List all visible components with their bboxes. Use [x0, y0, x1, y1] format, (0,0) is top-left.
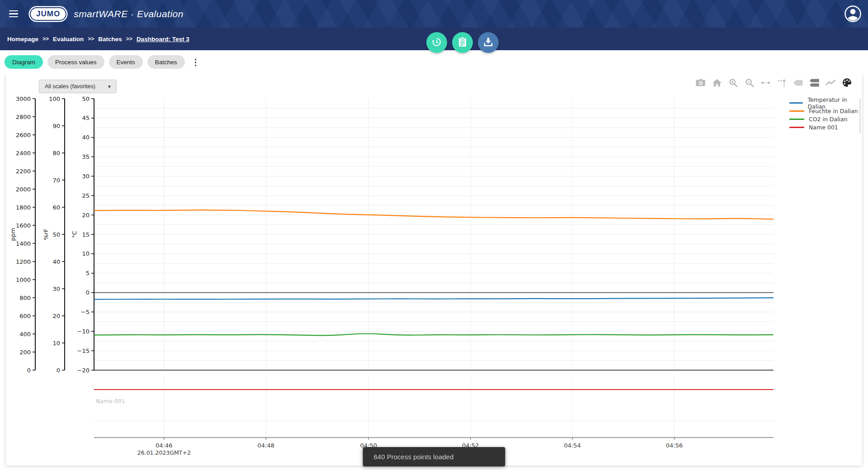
chevron-down-icon: ▼ — [107, 84, 112, 89]
svg-text:45: 45 — [82, 114, 90, 121]
svg-text:25: 25 — [82, 192, 90, 199]
svg-text:1000: 1000 — [16, 276, 31, 283]
legend-label: Feuchte in Dalian — [809, 108, 858, 114]
svg-text:40: 40 — [82, 134, 90, 141]
svg-text:50: 50 — [52, 231, 60, 238]
breadcrumb-item-batches[interactable]: Batches — [98, 36, 122, 43]
tab-events[interactable]: Events — [109, 55, 143, 69]
svg-text:1800: 1800 — [16, 204, 31, 211]
camera-icon[interactable] — [695, 77, 706, 88]
clipboard-button[interactable] — [452, 32, 473, 53]
legend-label: CO2 in Dalian — [809, 116, 848, 123]
legend-item-feuchte-in-dalian[interactable]: Feuchte in Dalian — [789, 108, 862, 114]
line-style-icon[interactable] — [826, 77, 836, 88]
tab-batches[interactable]: Batches — [147, 55, 185, 69]
svg-text:50: 50 — [82, 95, 90, 102]
download-icon — [483, 37, 494, 49]
hover-single-icon[interactable] — [793, 77, 803, 88]
home-icon[interactable] — [712, 77, 722, 88]
svg-text:0: 0 — [57, 367, 60, 374]
autoscale-icon[interactable] — [760, 77, 771, 88]
svg-text:3000: 3000 — [16, 95, 31, 102]
legend-item-temperatur-in-dalian[interactable]: Temperatur in Dalian — [789, 100, 862, 106]
legend-scrollbar[interactable] — [859, 99, 861, 133]
svg-text:15: 15 — [82, 231, 90, 238]
svg-text:0: 0 — [86, 289, 90, 296]
scale-select[interactable]: All scales (favorites) ▼ — [39, 80, 117, 93]
svg-text:ppm: ppm — [9, 228, 16, 241]
zoom-out-icon[interactable] — [744, 77, 755, 88]
action-button-group — [426, 32, 499, 53]
svg-text:−5: −5 — [81, 309, 90, 315]
svg-text:20: 20 — [82, 212, 90, 219]
scale-select-value: All scales (favorites) — [45, 83, 95, 90]
svg-text:04:56: 04:56 — [666, 442, 683, 449]
menu-icon[interactable] — [4, 4, 24, 24]
svg-text:5: 5 — [86, 270, 90, 276]
palette-icon[interactable] — [842, 77, 852, 88]
breadcrumb-item-homepage[interactable]: Homepage — [7, 36, 38, 43]
legend-swatch — [789, 127, 804, 128]
svg-text:2800: 2800 — [16, 114, 31, 120]
spikelines-icon[interactable] — [777, 77, 787, 88]
diagram-card: 3000280026002400220020001800160014001200… — [6, 74, 862, 466]
svg-text:100: 100 — [49, 95, 60, 102]
svg-text:%rF: %rF — [42, 228, 49, 240]
process-diagram[interactable]: 3000280026002400220020001800160014001200… — [6, 74, 862, 466]
svg-text:04:46: 04:46 — [156, 442, 172, 449]
svg-text:°C: °C — [71, 231, 78, 238]
breadcrumb-separator: >> — [126, 36, 132, 42]
app-title: smartWARE · Evaluation — [74, 9, 184, 19]
legend-item-name-001[interactable]: Name 001 — [789, 124, 862, 130]
jumo-logo: JUMO — [30, 7, 66, 21]
legend-swatch — [789, 110, 804, 112]
history-button[interactable] — [426, 32, 447, 53]
series-line-feuchte-in-dalian — [94, 210, 774, 219]
svg-text:2200: 2200 — [16, 168, 31, 175]
breadcrumb-item-dashboard-test-3[interactable]: Dashboard: Test 3 — [137, 36, 189, 43]
tab-diagram[interactable]: Diagram — [5, 55, 43, 69]
top-app-bar: JUMO smartWARE · Evaluation — [0, 0, 868, 28]
svg-text:30: 30 — [82, 173, 90, 180]
svg-text:1400: 1400 — [16, 240, 31, 247]
breadcrumb-item-evaluation[interactable]: Evaluation — [53, 36, 84, 43]
svg-text:10: 10 — [52, 340, 60, 347]
series-line-temperatur-in-dalian — [94, 298, 774, 299]
chart-modebar — [695, 77, 852, 88]
breadcrumb-separator: >> — [88, 36, 94, 42]
svg-text:2600: 2600 — [16, 132, 31, 138]
toast-notification: 640 Process points loaded — [363, 447, 505, 466]
hover-compare-icon[interactable] — [809, 77, 820, 88]
download-button[interactable] — [478, 32, 499, 53]
legend-item-co2-in-dalian[interactable]: CO2 in Dalian — [789, 116, 862, 122]
toast-message: 640 Process points loaded — [374, 453, 454, 461]
svg-text:400: 400 — [19, 331, 31, 338]
user-avatar-icon[interactable] — [844, 5, 862, 23]
svg-text:2400: 2400 — [16, 150, 31, 157]
svg-text:−20: −20 — [77, 367, 90, 374]
svg-text:60: 60 — [52, 204, 60, 211]
legend-swatch — [789, 119, 804, 120]
breadcrumb: Homepage>>Evaluation>>Batches>>Dashboard… — [7, 36, 189, 43]
tab-process-values[interactable]: Process values — [47, 55, 104, 69]
svg-text:35: 35 — [82, 153, 90, 160]
legend-swatch — [789, 102, 803, 104]
svg-text:600: 600 — [19, 313, 31, 319]
svg-text:10: 10 — [82, 250, 90, 257]
svg-text:40: 40 — [52, 258, 60, 265]
svg-text:−15: −15 — [77, 347, 90, 354]
breadcrumb-separator: >> — [42, 36, 49, 42]
zoom-in-icon[interactable] — [728, 77, 738, 88]
history-icon — [431, 37, 442, 49]
svg-text:26.01.2023GMT+2: 26.01.2023GMT+2 — [137, 449, 191, 456]
svg-text:2000: 2000 — [16, 186, 31, 193]
chart-legend: Temperatur in DalianFeuchte in DalianCO2… — [789, 100, 862, 130]
svg-text:800: 800 — [19, 295, 31, 301]
svg-text:90: 90 — [52, 123, 60, 129]
svg-text:80: 80 — [52, 150, 60, 157]
svg-text:30: 30 — [52, 286, 60, 292]
more-tabs-kebab-icon[interactable]: ⋮ — [189, 55, 202, 69]
svg-text:1200: 1200 — [16, 258, 31, 265]
series-line-co2-in-dalian — [94, 334, 774, 336]
svg-text:1600: 1600 — [16, 222, 31, 229]
